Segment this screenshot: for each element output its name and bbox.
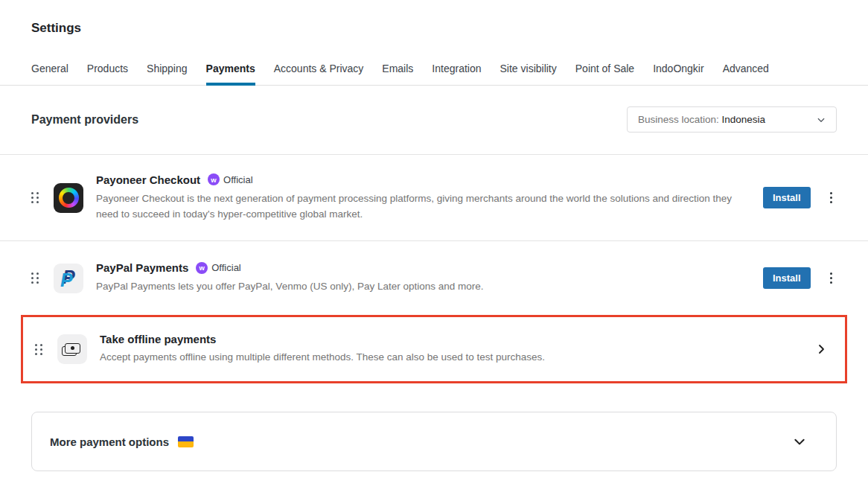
- provider-name: Payoneer Checkout: [96, 173, 200, 186]
- payoneer-ring-icon: [54, 183, 83, 213]
- chevron-down-icon: [817, 115, 826, 124]
- provider-name: PayPal Payments: [96, 261, 188, 274]
- woo-badge-icon: w: [196, 262, 208, 274]
- tab-accounts-privacy[interactable]: Accounts & Privacy: [274, 63, 364, 85]
- tab-payments[interactable]: Payments: [206, 63, 255, 85]
- provider-info: Payoneer Checkout w Official Payoneer Ch…: [96, 173, 763, 223]
- banknote-icon: [57, 334, 87, 364]
- provider-description: PayPal Payments lets you offer PayPal, V…: [96, 279, 745, 295]
- tab-shipping[interactable]: Shipping: [147, 63, 188, 85]
- page-title: Settings: [31, 21, 837, 36]
- provider-info: PayPal Payments w Official PayPal Paymen…: [96, 261, 763, 295]
- chevron-right-icon[interactable]: [815, 343, 827, 355]
- tab-site-visibility[interactable]: Site visibility: [500, 63, 557, 85]
- provider-description: Accept payments offline using multiple d…: [100, 350, 755, 366]
- kebab-menu-icon[interactable]: [826, 269, 837, 287]
- install-button[interactable]: Install: [763, 187, 811, 208]
- tab-products[interactable]: Products: [87, 63, 128, 85]
- tab-point-of-sale[interactable]: Point of Sale: [575, 63, 634, 85]
- drag-handle-icon[interactable]: [31, 272, 39, 284]
- paypal-icon: PP: [54, 264, 83, 293]
- payment-providers-header: Payment providers Business location: Ind…: [0, 86, 868, 155]
- settings-page: Settings General Products Shipping Payme…: [0, 0, 868, 504]
- official-badge: w Official: [208, 173, 253, 185]
- provider-actions: Install: [763, 187, 837, 208]
- more-payment-options-label: More payment options: [50, 436, 169, 448]
- settings-tab-bar: General Products Shipping Payments Accou…: [0, 63, 868, 86]
- provider-row-paypal: PP PayPal Payments w Official PayPal Pay…: [0, 241, 868, 315]
- ukraine-flag-icon: [178, 436, 194, 447]
- official-badge-label: Official: [211, 262, 241, 273]
- kebab-menu-icon[interactable]: [826, 189, 837, 207]
- more-payment-options-expander[interactable]: More payment options: [31, 412, 837, 471]
- business-location-label: Business location:: [638, 114, 719, 125]
- section-title: Payment providers: [31, 113, 138, 127]
- drag-handle-icon[interactable]: [35, 344, 42, 355]
- tab-integration[interactable]: Integration: [432, 63, 481, 85]
- tab-general[interactable]: General: [31, 63, 68, 85]
- chevron-down-icon[interactable]: [793, 435, 806, 448]
- provider-row-payoneer: Payoneer Checkout w Official Payoneer Ch…: [0, 155, 868, 241]
- business-location-select[interactable]: Business location: Indonesia: [627, 106, 837, 133]
- drag-handle-icon[interactable]: [31, 192, 39, 203]
- provider-actions: Install: [763, 267, 837, 289]
- provider-row-offline-payments[interactable]: Take offline payments Accept payments of…: [21, 315, 847, 383]
- tab-indoongkir[interactable]: IndoOngkir: [653, 63, 703, 85]
- official-badge: w Official: [196, 262, 241, 274]
- tab-advanced[interactable]: Advanced: [723, 63, 769, 85]
- tab-emails[interactable]: Emails: [382, 63, 413, 85]
- provider-info: Take offline payments Accept payments of…: [100, 333, 815, 366]
- provider-name: Take offline payments: [100, 333, 216, 345]
- business-location-value: Indonesia: [722, 114, 766, 125]
- woo-badge-icon: w: [208, 173, 220, 185]
- official-badge-label: Official: [223, 174, 253, 185]
- provider-description: Payoneer Checkout is the next generation…: [96, 191, 745, 223]
- install-button[interactable]: Install: [763, 267, 811, 289]
